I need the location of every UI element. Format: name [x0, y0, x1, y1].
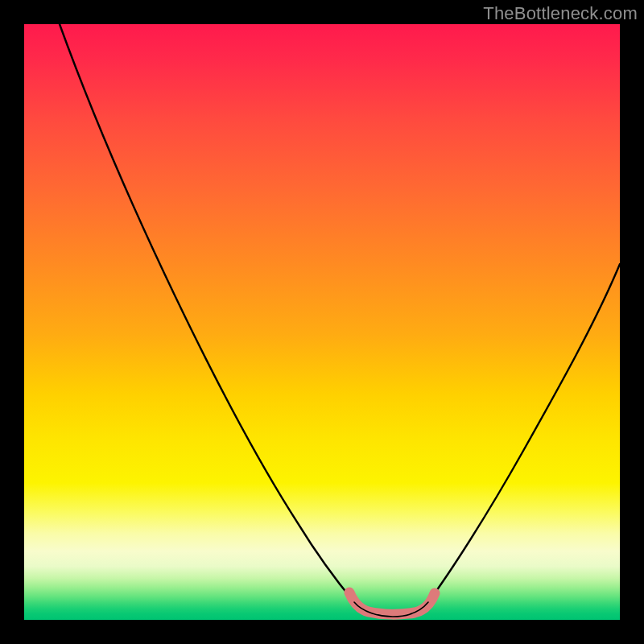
trough-marker — [349, 592, 435, 614]
curve-left-branch — [60, 24, 354, 602]
chart-frame: TheBottleneck.com — [0, 0, 644, 644]
watermark-text: TheBottleneck.com — [483, 3, 638, 24]
plot-area — [24, 24, 620, 620]
curve-right-branch — [428, 264, 620, 602]
bottleneck-curve — [24, 24, 620, 620]
